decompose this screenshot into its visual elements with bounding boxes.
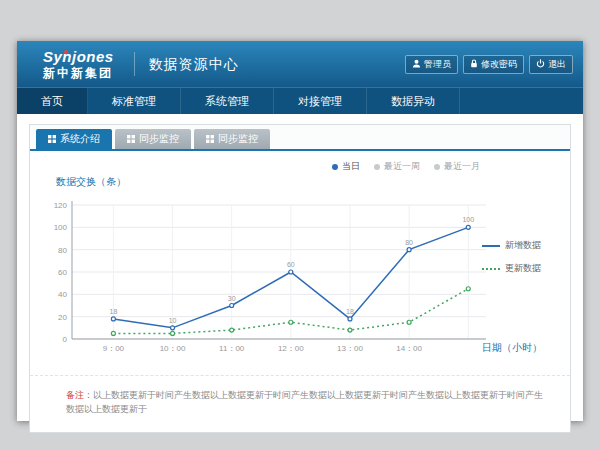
filter-label: 最近一周 xyxy=(384,160,420,173)
svg-text:10：00: 10：00 xyxy=(160,344,186,353)
legend-label: 新增数据 xyxy=(505,239,541,252)
svg-text:13：00: 13：00 xyxy=(337,344,363,353)
line-sample-solid xyxy=(482,245,500,247)
legend-item-updated-data[interactable]: 更新数据 xyxy=(482,262,568,275)
main-panel: 系统介绍 同步监控 同步监控 当日 xyxy=(29,124,571,433)
svg-text:100: 100 xyxy=(54,223,68,232)
legend-label: 更新数据 xyxy=(505,262,541,275)
svg-text:120: 120 xyxy=(54,201,68,210)
footnote-prefix: 备注： xyxy=(66,390,93,400)
svg-text:30: 30 xyxy=(228,295,236,302)
svg-text:100: 100 xyxy=(462,216,474,223)
change-password-button[interactable]: 修改密码 xyxy=(463,55,524,74)
tab-sync-monitor-2[interactable]: 同步监控 xyxy=(194,129,270,149)
nav-item-standard-mgmt[interactable]: 标准管理 xyxy=(88,88,181,114)
app-window: Synjones 新中新集团 数据资源中心 管理员 修改密码 退出 首页 标准管… xyxy=(17,41,583,421)
filter-option-last-week[interactable]: 最近一周 xyxy=(374,160,420,173)
filter-option-today[interactable]: 当日 xyxy=(332,160,360,173)
nav-item-home[interactable]: 首页 xyxy=(17,88,88,114)
svg-text:20: 20 xyxy=(58,313,67,322)
filter-option-last-month[interactable]: 最近一月 xyxy=(434,160,480,173)
svg-text:10: 10 xyxy=(169,317,177,324)
nav-item-data-changes[interactable]: 数据异动 xyxy=(367,88,460,114)
filter-label: 最近一月 xyxy=(444,160,480,173)
logo-accent-dot xyxy=(64,50,68,54)
series-legend: 新增数据 更新数据 xyxy=(482,239,568,275)
y-axis-title: 数据交换（条） xyxy=(56,175,126,189)
user-icon xyxy=(412,59,421,70)
content-area: 系统介绍 同步监控 同步监控 当日 xyxy=(17,114,583,433)
svg-text:0: 0 xyxy=(63,335,68,344)
tab-label: 系统介绍 xyxy=(60,132,100,146)
header-actions: 管理员 修改密码 退出 xyxy=(405,55,573,74)
admin-user-button[interactable]: 管理员 xyxy=(405,55,458,74)
legend-dot xyxy=(332,164,338,170)
svg-text:80: 80 xyxy=(58,246,67,255)
logout-label: 退出 xyxy=(548,58,566,71)
tab-label: 同步监控 xyxy=(139,132,179,146)
tab-bar: 系统介绍 同步监控 同步监控 xyxy=(30,125,570,151)
main-nav: 首页 标准管理 系统管理 对接管理 数据异动 xyxy=(17,87,583,114)
logo-text: Synjones xyxy=(43,49,114,64)
footnote-text: 以上数据更新于时间产生数据以上数据更新于时间产生数据以上数据更新于时间产生数据以… xyxy=(66,390,543,414)
legend-item-new-data[interactable]: 新增数据 xyxy=(482,239,568,252)
grid-icon xyxy=(206,134,214,145)
nav-item-system-mgmt[interactable]: 系统管理 xyxy=(181,88,274,114)
grid-icon xyxy=(127,134,135,145)
svg-text:9：00: 9：00 xyxy=(103,344,125,353)
svg-text:60: 60 xyxy=(58,268,67,277)
legend-dot xyxy=(374,164,380,170)
line-chart: 0204060801001209：0010：0011：0012：0013：001… xyxy=(38,191,498,363)
logout-button[interactable]: 退出 xyxy=(529,55,573,74)
logo: Synjones 新中新集团 xyxy=(27,49,122,79)
chart-section: 当日 最近一周 最近一月 数据交换（条） 0204060801001209：00… xyxy=(30,151,570,375)
svg-text:12：00: 12：00 xyxy=(278,344,304,353)
chart-filters: 当日 最近一周 最近一月 xyxy=(332,160,480,173)
grid-icon xyxy=(48,134,56,145)
filter-label: 当日 xyxy=(342,160,360,173)
page-title: 数据资源中心 xyxy=(134,52,239,76)
svg-text:80: 80 xyxy=(405,239,413,246)
svg-text:14：00: 14：00 xyxy=(396,344,422,353)
svg-text:60: 60 xyxy=(287,261,295,268)
tab-system-intro[interactable]: 系统介绍 xyxy=(36,129,112,149)
legend-dot xyxy=(434,164,440,170)
logo-subtitle: 新中新集团 xyxy=(43,67,114,79)
admin-user-label: 管理员 xyxy=(424,58,451,71)
tab-sync-monitor-1[interactable]: 同步监控 xyxy=(115,129,191,149)
chart-right-column: 新增数据 更新数据 日期（小时） xyxy=(482,191,568,355)
svg-text:18: 18 xyxy=(110,308,118,315)
power-icon xyxy=(536,59,545,70)
line-sample-dotted xyxy=(482,268,500,270)
x-axis-title: 日期（小时） xyxy=(482,341,568,355)
nav-item-connection-mgmt[interactable]: 对接管理 xyxy=(274,88,367,114)
change-password-label: 修改密码 xyxy=(481,58,517,71)
svg-text:40: 40 xyxy=(58,290,67,299)
svg-text:18: 18 xyxy=(346,308,354,315)
tab-label: 同步监控 xyxy=(218,132,258,146)
lock-icon xyxy=(470,59,478,70)
footnote: 备注：以上数据更新于时间产生数据以上数据更新于时间产生数据以上数据更新于时间产生… xyxy=(30,375,570,432)
svg-text:11：00: 11：00 xyxy=(219,344,245,353)
app-header: Synjones 新中新集团 数据资源中心 管理员 修改密码 退出 xyxy=(17,41,583,87)
